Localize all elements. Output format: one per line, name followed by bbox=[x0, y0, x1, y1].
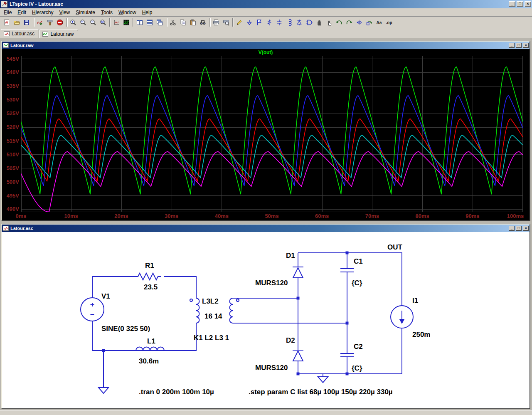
l1-inductor[interactable] bbox=[136, 347, 164, 351]
schematic-pane[interactable]: V1 SINE(0 325 50) R1 23.5 L1 30.6m L3L2 … bbox=[2, 232, 530, 408]
l1-value[interactable]: 30.6m bbox=[139, 357, 159, 365]
zoom-out-button[interactable] bbox=[88, 18, 98, 27]
wire[interactable] bbox=[298, 329, 402, 374]
save-button[interactable] bbox=[22, 18, 32, 27]
c2-value[interactable]: {C} bbox=[352, 364, 362, 372]
d1-label[interactable]: D1 bbox=[286, 252, 295, 259]
waveform-canvas[interactable] bbox=[21, 56, 523, 212]
tab-latour-asc[interactable]: Latour.asc bbox=[1, 29, 39, 38]
wire[interactable] bbox=[92, 277, 136, 298]
move-button[interactable] bbox=[314, 18, 324, 27]
place-inductor-button[interactable] bbox=[284, 18, 294, 27]
transformer-values[interactable]: 16 14 bbox=[204, 312, 222, 320]
place-component-button[interactable] bbox=[304, 18, 314, 27]
schematic-restore-button[interactable]: □ bbox=[516, 226, 522, 231]
halt-button[interactable] bbox=[55, 18, 65, 27]
l2-inductor[interactable] bbox=[230, 298, 233, 323]
d2-label[interactable]: D2 bbox=[286, 336, 295, 344]
step-directive[interactable]: .step param C list 68µ 100µ 150µ 220µ 33… bbox=[249, 388, 393, 396]
r1-resistor[interactable] bbox=[136, 273, 161, 280]
l3-inductor[interactable] bbox=[196, 298, 200, 323]
plot-settings-button[interactable] bbox=[121, 18, 131, 27]
menu-file[interactable]: File bbox=[1, 9, 15, 16]
out-net-label[interactable]: OUT bbox=[387, 243, 403, 251]
y-axis-labels: 545V540V535V530V525V520V515V510V505V500V… bbox=[2, 49, 20, 220]
c1-capacitor[interactable] bbox=[340, 269, 354, 272]
tile-vertical-button[interactable] bbox=[135, 18, 145, 27]
zoom-back-button[interactable] bbox=[78, 18, 88, 27]
add-text-button[interactable]: Aa bbox=[374, 18, 384, 27]
r1-value[interactable]: 23.5 bbox=[144, 283, 158, 291]
ground-symbol[interactable] bbox=[318, 377, 328, 383]
menu-simulate[interactable]: Simulate bbox=[73, 9, 98, 16]
d2-value[interactable]: MURS120 bbox=[255, 364, 288, 372]
redo-button[interactable] bbox=[344, 18, 354, 27]
waveform-close-button[interactable]: × bbox=[523, 43, 529, 48]
cut-button[interactable] bbox=[168, 18, 178, 27]
mirror-button[interactable] bbox=[354, 18, 364, 27]
tab-latour-raw[interactable]: Latour.raw bbox=[39, 30, 78, 38]
place-ground-button[interactable] bbox=[244, 18, 254, 27]
run-button[interactable] bbox=[35, 18, 45, 27]
undo-button[interactable] bbox=[334, 18, 344, 27]
tile-horizontal-button[interactable] bbox=[145, 18, 155, 27]
paste-button[interactable] bbox=[188, 18, 198, 27]
schematic-close-button[interactable]: × bbox=[523, 226, 529, 231]
print-preview-button[interactable] bbox=[221, 18, 231, 27]
paste-icon bbox=[190, 19, 196, 26]
v1-source[interactable] bbox=[81, 298, 104, 321]
drag-button[interactable] bbox=[324, 18, 334, 27]
wire[interactable] bbox=[298, 253, 402, 306]
r1-label[interactable]: R1 bbox=[145, 262, 154, 269]
schematic-minimize-button[interactable]: _ bbox=[509, 226, 515, 231]
c1-label[interactable]: C1 bbox=[354, 257, 363, 265]
ground-symbol[interactable] bbox=[99, 388, 108, 393]
waveform-restore-button[interactable]: □ bbox=[516, 43, 522, 48]
zoom-full-extents-button[interactable] bbox=[98, 18, 108, 27]
minimize-button[interactable]: _ bbox=[509, 1, 515, 7]
menu-edit[interactable]: Edit bbox=[15, 9, 29, 16]
tran-directive[interactable]: .tran 0 200m 100m 10µ bbox=[139, 388, 214, 396]
draw-wire-button[interactable] bbox=[234, 18, 244, 27]
waveform-minimize-button[interactable]: _ bbox=[509, 43, 515, 48]
menu-help[interactable]: Help bbox=[139, 9, 155, 16]
zoom-in-button[interactable] bbox=[68, 18, 78, 27]
restore-button[interactable]: □ bbox=[517, 1, 523, 7]
menu-window[interactable]: Window bbox=[116, 9, 139, 16]
label-net-button[interactable] bbox=[254, 18, 264, 27]
coupling-directive[interactable]: K1 L2 L3 1 bbox=[194, 334, 229, 342]
close-button[interactable]: × bbox=[525, 1, 531, 7]
trace-label[interactable]: V(out) bbox=[2, 49, 530, 55]
place-diode-button[interactable] bbox=[294, 18, 304, 27]
c2-label[interactable]: C2 bbox=[354, 343, 363, 351]
menu-hierarchy[interactable]: Hierarchy bbox=[29, 9, 56, 16]
print-button[interactable] bbox=[211, 18, 221, 27]
copy-button[interactable] bbox=[178, 18, 188, 27]
spice-directive-button[interactable]: .op bbox=[384, 18, 394, 27]
d2-diode[interactable] bbox=[293, 350, 303, 361]
schematic-canvas[interactable]: V1 SINE(0 325 50) R1 23.5 L1 30.6m L3L2 … bbox=[2, 232, 530, 408]
autorange-y-axis-button[interactable] bbox=[111, 18, 121, 27]
find-button[interactable] bbox=[198, 18, 208, 27]
open-button[interactable] bbox=[12, 18, 22, 27]
i1-value[interactable]: 250m bbox=[412, 331, 430, 338]
transformer-labels[interactable]: L3L2 bbox=[202, 297, 219, 305]
v1-value[interactable]: SINE(0 325 50) bbox=[101, 325, 150, 333]
d1-value[interactable]: MURS120 bbox=[255, 279, 288, 287]
new-schematic-button[interactable] bbox=[2, 18, 12, 27]
c1-value[interactable]: {C} bbox=[352, 279, 362, 287]
place-capacitor-button[interactable] bbox=[274, 18, 284, 27]
place-resistor-button[interactable] bbox=[264, 18, 274, 27]
wire[interactable] bbox=[164, 277, 196, 298]
rotate-button[interactable] bbox=[364, 18, 374, 27]
menu-view[interactable]: View bbox=[56, 9, 73, 16]
d1-diode[interactable] bbox=[293, 267, 303, 278]
control-panel-button[interactable] bbox=[45, 18, 55, 27]
waveform-pane[interactable]: V(out) 545V540V535V530V525V520V515V510V5… bbox=[2, 49, 530, 220]
c2-capacitor[interactable] bbox=[340, 353, 354, 357]
v1-label[interactable]: V1 bbox=[101, 292, 110, 300]
i1-label[interactable]: I1 bbox=[412, 296, 418, 304]
cascade-windows-button[interactable] bbox=[155, 18, 165, 27]
l1-label[interactable]: L1 bbox=[147, 337, 155, 345]
menu-tools[interactable]: Tools bbox=[98, 9, 116, 16]
